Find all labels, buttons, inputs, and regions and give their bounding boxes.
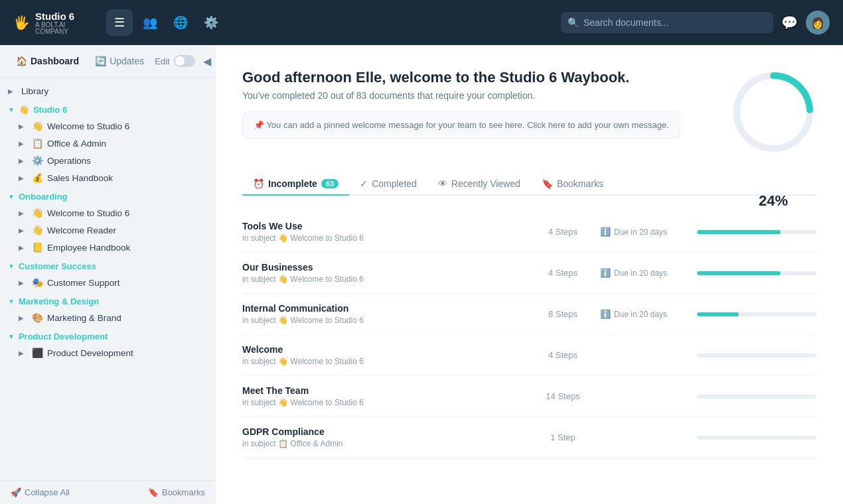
- doc-subject: in subject 👋 Welcome to Studio 6: [242, 357, 526, 366]
- due-text: Due in 20 days: [614, 227, 667, 237]
- doc-title: Our Businesses: [242, 262, 526, 273]
- doc-info: Welcome in subject 👋 Welcome to Studio 6: [242, 344, 526, 366]
- progress-track: [697, 395, 816, 399]
- doc-progress-bar: [697, 436, 816, 440]
- table-row[interactable]: GDPR Compliance in subject 📋 Office & Ad…: [242, 417, 816, 458]
- sidebar-item-welcome-reader[interactable]: ▶ 👋 Welcome Reader: [0, 221, 216, 239]
- home-icon: 🏠: [16, 56, 27, 66]
- sidebar-item-employee-handbook[interactable]: ▶ 📒 Employee Handbook: [0, 239, 216, 256]
- studio6-emoji: 👋: [19, 105, 29, 115]
- sidebar-section-studio6[interactable]: ▼ 👋 Studio 6: [0, 99, 216, 117]
- doc-info: Tools We Use in subject 👋 Welcome to Stu…: [242, 221, 526, 243]
- documents-nav-button[interactable]: ☰: [106, 9, 133, 36]
- doc-progress-bar: [697, 395, 816, 399]
- arrow-icon: ▼: [8, 193, 15, 200]
- doc-steps: 1 Step: [536, 432, 589, 442]
- chat-button[interactable]: 💬: [781, 15, 798, 31]
- pinned-banner[interactable]: 📌 You can add a pinned welcome message f…: [242, 111, 680, 139]
- doc-info: Internal Communication in subject 👋 Welc…: [242, 303, 526, 325]
- doc-title: Tools We Use: [242, 221, 526, 231]
- arrow-icon: ▶: [8, 88, 17, 95]
- arrow-icon: ▶: [19, 227, 28, 234]
- logo-sub: A BOLT.AI COMPANY: [35, 22, 100, 35]
- sidebar-item-operations[interactable]: ▶ ⚙️ Operations: [0, 152, 216, 169]
- due-icon: ℹ️: [600, 268, 611, 278]
- sidebar-section-product[interactable]: ▼ Product Development: [0, 326, 216, 344]
- doc-info: GDPR Compliance in subject 📋 Office & Ad…: [242, 426, 526, 448]
- doc-due: ℹ️Due in 20 days: [600, 227, 686, 237]
- tab-recently-viewed[interactable]: 👁 Recently Viewed: [427, 173, 531, 196]
- arrow-icon: ▶: [19, 157, 28, 164]
- doc-progress-bar: [697, 353, 816, 357]
- sidebar-item-marketing-brand[interactable]: ▶ 🎨 Marketing & Brand: [0, 309, 216, 326]
- sidebar-section-onboarding[interactable]: ▼ Onboarding: [0, 186, 216, 204]
- sidebar-item-sales-handbook[interactable]: ▶ 💰 Sales Handbook: [0, 169, 216, 186]
- arrow-icon: ▼: [8, 106, 15, 113]
- banner-text: 📌 You can add a pinned welcome message f…: [254, 120, 669, 130]
- sidebar-product-label: Product Development: [19, 332, 108, 342]
- top-navigation: 🖐 Studio 6 A BOLT.AI COMPANY ☰ 👥 🌐 ⚙️ 🔍 …: [0, 0, 843, 45]
- welcome-text: Good afternoon Elle, welcome to the Stud…: [242, 69, 680, 157]
- collapse-all-button[interactable]: 🚀 Collapse All: [11, 487, 70, 497]
- updates-tab[interactable]: 🔄 Updates: [90, 53, 149, 69]
- progress-circle-wrapper: 24%: [730, 69, 816, 155]
- progress-circle-svg: [730, 69, 816, 155]
- emoji-icon: 📒: [32, 242, 43, 253]
- sidebar-onboarding-label: Onboarding: [19, 192, 68, 202]
- emoji-icon: ⚙️: [32, 155, 43, 166]
- welcome-heading: Good afternoon Elle, welcome to the Stud…: [242, 69, 680, 86]
- dashboard-tab[interactable]: 🏠 Dashboard: [11, 53, 84, 69]
- bookmarks-icon: 🔖: [148, 487, 159, 497]
- progress-track: [697, 353, 816, 357]
- arrow-icon: ▼: [8, 333, 15, 340]
- team-nav-button[interactable]: 👥: [137, 9, 163, 36]
- sidebar-item-product-development[interactable]: ▶ ⬛ Product Development: [0, 344, 216, 361]
- doc-title: Meet The Team: [242, 385, 526, 396]
- emoji-icon: ⬛: [32, 347, 43, 358]
- sidebar-item-welcome-studio6[interactable]: ▶ 👋 Welcome to Studio 6: [0, 117, 216, 135]
- sidebar-library-label: Library: [21, 86, 48, 96]
- edit-toggle-switch[interactable]: [174, 55, 195, 67]
- doc-steps: 4 Steps: [536, 350, 589, 360]
- logo-text: Studio 6: [35, 11, 74, 22]
- search-input[interactable]: [561, 12, 773, 33]
- sidebar-section-customer-success[interactable]: ▼ Customer Success: [0, 256, 216, 274]
- logo-emoji: 🖐: [13, 15, 30, 31]
- emoji-icon: 💰: [32, 172, 43, 183]
- main-content: Good afternoon Elle, welcome to the Stud…: [216, 45, 843, 504]
- sidebar-item-library[interactable]: ▶ Library: [0, 83, 216, 99]
- bookmarks-button[interactable]: 🔖 Bookmarks: [148, 487, 205, 497]
- sidebar-header: 🏠 Dashboard 🔄 Updates Edit ◀: [0, 45, 216, 78]
- table-row[interactable]: Welcome in subject 👋 Welcome to Studio 6…: [242, 335, 816, 376]
- progress-fill: [697, 312, 739, 316]
- search-wrapper: 🔍: [561, 12, 773, 33]
- sidebar-item-office-admin[interactable]: ▶ 📋 Office & Admin: [0, 135, 216, 152]
- arrow-icon: ▶: [19, 279, 28, 286]
- edit-toggle: Edit: [155, 55, 194, 67]
- table-row[interactable]: Meet The Team in subject 👋 Welcome to St…: [242, 376, 816, 417]
- doc-subject: in subject 👋 Welcome to Studio 6: [242, 233, 526, 243]
- doc-due: ℹ️Due in 20 days: [600, 309, 686, 319]
- table-row[interactable]: Internal Communication in subject 👋 Welc…: [242, 294, 816, 335]
- settings-nav-button[interactable]: ⚙️: [198, 9, 224, 36]
- emoji-icon: 📋: [32, 138, 43, 149]
- progress-track: [697, 312, 816, 316]
- doc-progress-bar: [697, 271, 816, 275]
- toggle-knob: [175, 56, 185, 66]
- sidebar-item-customer-support[interactable]: ▶ 🎭 Customer Support: [0, 274, 216, 291]
- due-text: Due in 20 days: [614, 269, 667, 278]
- tab-bookmarks[interactable]: 🔖 Bookmarks: [531, 173, 614, 196]
- due-text: Due in 20 days: [614, 310, 667, 319]
- check-icon: ✓: [360, 178, 368, 189]
- globe-nav-button[interactable]: 🌐: [167, 9, 194, 36]
- tab-completed[interactable]: ✓ Completed: [349, 173, 427, 196]
- sidebar-section-marketing[interactable]: ▼ Marketing & Design: [0, 291, 216, 309]
- sidebar-item-welcome-onboarding[interactable]: ▶ 👋 Welcome to Studio 6: [0, 204, 216, 221]
- sidebar-content: ▶ Library ▼ 👋 Studio 6 ▶ 👋 Welcome to St…: [0, 78, 216, 480]
- edit-label: Edit: [155, 56, 169, 66]
- sidebar-collapse-button[interactable]: ◀: [203, 55, 211, 68]
- avatar[interactable]: 👩: [806, 11, 830, 34]
- table-row[interactable]: Our Businesses in subject 👋 Welcome to S…: [242, 253, 816, 294]
- doc-steps: 8 Steps: [536, 309, 589, 319]
- tab-incomplete[interactable]: ⏰ Incomplete 63: [242, 173, 349, 196]
